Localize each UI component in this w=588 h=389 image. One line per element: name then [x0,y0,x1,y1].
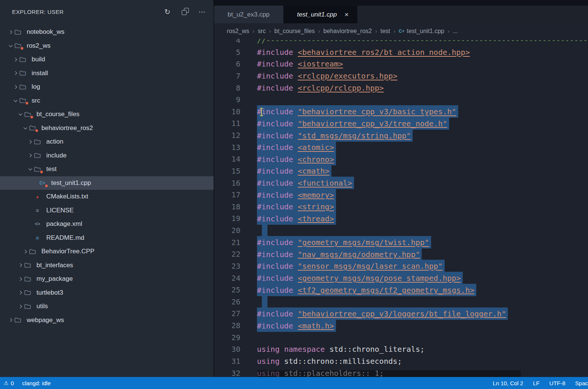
code-editor[interactable]: 4//-------------------------------------… [214,39,588,377]
breadcrumb-item-ros2_ws[interactable]: ros2_ws [227,28,249,35]
breadcrumb-item-test[interactable]: test [380,28,390,35]
code-line[interactable]: 31using std::chrono::milliseconds; [214,356,588,368]
line-number[interactable]: 5 [214,47,240,59]
tree-folder-build[interactable]: build [0,53,214,67]
line-number[interactable]: 18 [214,201,240,213]
code-line[interactable]: 18#include <string> [214,201,588,213]
line-number[interactable]: 15 [214,165,240,177]
tree-folder-bt_interfaces[interactable]: bt_interfaces [0,259,214,272]
line-number[interactable]: 16 [214,177,240,189]
collapse-folders-icon[interactable] [181,8,189,16]
code-line[interactable]: 19#include <thread> [214,213,588,225]
tree-file-test_unit1.cpp[interactable]: C+test_unit1.cpp [0,176,214,190]
tree-folder-install[interactable]: install [0,67,214,80]
tree-folder-my_package[interactable]: my_package [0,272,214,286]
tree-file-package.xml[interactable]: <>package.xml [0,217,214,231]
code-line[interactable]: 7#include <rclcpp/executors.hpp> [214,70,588,82]
code-line[interactable]: 5#include <behaviortree_ros2/bt_action_n… [214,47,588,59]
tree-folder-src[interactable]: src [0,94,214,108]
tree-folder-turtlebot3[interactable]: turtlebot3 [0,286,214,300]
code-line[interactable]: 12#include "std_msgs/msg/string.hpp" [214,130,588,142]
tree-folder-test[interactable]: test [0,162,214,176]
code-line[interactable]: 25#include <tf2_geometry_msgs/tf2_geomet… [214,284,588,296]
code-line[interactable]: 14#include <chrono> [214,153,588,165]
line-number[interactable]: 8 [214,82,240,94]
line-number[interactable]: 29 [214,332,240,344]
code-line[interactable]: 21#include "geometry_msgs/msg/twist.hpp" [214,237,588,249]
code-line[interactable]: 24#include <geometry_msgs/msg/pose_stamp… [214,272,588,285]
code-line[interactable]: 20 [214,225,588,237]
line-number[interactable]: 19 [214,213,240,225]
code-line[interactable]: 22#include "nav_msgs/msg/odometry.hpp" [214,248,588,260]
code-line[interactable]: 13#include <atomic> [214,142,588,154]
close-icon[interactable]: × [343,11,350,19]
code-line[interactable]: 26 [214,296,588,308]
code-line[interactable]: 30using namespace std::chrono_literals; [214,344,588,356]
breadcrumb-item-...[interactable]: ... [453,28,458,35]
code-line[interactable]: 11#include "behaviortree_cpp_v3/tree_nod… [214,118,588,130]
line-number[interactable]: 28 [214,320,240,332]
problems-indicator[interactable]: ⚠ 0 [4,380,14,386]
line-number[interactable]: 13 [214,142,240,154]
tree-folder-notebook_ws[interactable]: notebook_ws [0,25,214,39]
line-number[interactable]: 7 [214,70,240,82]
line-number[interactable]: 6 [214,58,240,70]
line-number[interactable]: 25 [214,284,240,296]
breadcrumb-item-behaviortree_ros2[interactable]: behaviortree_ros2 [324,28,372,35]
tree-folder-ros2_ws[interactable]: ros2_ws [0,39,214,53]
code-line[interactable]: 29 [214,332,588,344]
line-number[interactable]: 24 [214,272,240,285]
line-number[interactable]: 32 [214,368,240,377]
code-line[interactable]: 8#include <rclcpp/rclcpp.hpp> [214,82,588,94]
code-line[interactable]: 27#include "behaviortree_cpp_v3/loggers/… [214,308,588,320]
indentation-indicator[interactable]: Spac [575,380,588,386]
tree-file-LICENSE[interactable]: ≡LICENSE [0,204,214,218]
tree-file-CMakeLists.txt[interactable]: ▲CMakeLists.txt [0,190,214,204]
tree-folder-BehaviorTree.CPP[interactable]: BehaviorTree.CPP [0,245,214,259]
eol-indicator[interactable]: LF [533,380,540,386]
line-number[interactable]: 30 [214,344,240,356]
tree-folder-log[interactable]: log [0,80,214,94]
line-number[interactable]: 11 [214,118,240,130]
tree-folder-utils[interactable]: utils [0,300,214,313]
line-number[interactable]: 12 [214,130,240,142]
code-line[interactable]: 17#include <memory> [214,189,588,201]
line-number[interactable]: 4 [214,39,240,47]
tab-test_unit1.cpp[interactable]: test_unit1.cpp× [284,6,358,23]
encoding-indicator[interactable]: UTF-8 [549,380,565,386]
code-line[interactable]: 4//-------------------------------------… [214,39,588,47]
line-number[interactable]: 14 [214,153,240,165]
breadcrumb-item-test_unit1.cpp[interactable]: C+test_unit1.cpp [399,28,444,35]
tree-folder-behaviortree_ros2[interactable]: behaviortree_ros2 [0,121,214,135]
clangd-status[interactable]: clangd: idle [22,380,51,386]
line-number[interactable]: 27 [214,308,240,320]
cursor-position[interactable]: Ln 10, Col 2 [493,380,523,386]
code-line[interactable]: 16#include <functional> [214,177,588,189]
code-line[interactable]: 10#include "behaviortree_cpp_v3/basic_ty… [214,106,588,118]
line-number[interactable]: 23 [214,260,240,272]
tree-folder-bt_course_files[interactable]: bt_course_files [0,107,214,121]
line-number[interactable]: 26 [214,296,240,308]
code-line[interactable]: 23#include "sensor_msgs/msg/laser_scan.h… [214,260,588,272]
line-number[interactable]: 31 [214,356,240,368]
line-number[interactable]: 21 [214,237,240,249]
tree-folder-include[interactable]: include [0,149,214,163]
breadcrumb-item-bt_course_files[interactable]: bt_course_files [274,28,315,35]
horizontal-scrollbar[interactable] [257,370,521,377]
line-number[interactable]: 22 [214,248,240,260]
line-number[interactable]: 9 [214,94,240,106]
breadcrumb-item-src[interactable]: src [258,28,266,35]
line-number[interactable]: 20 [214,225,240,237]
more-actions-icon[interactable]: ⋯ [198,8,206,16]
tree-folder-webpage_ws[interactable]: webpage_ws [0,313,214,327]
code-line[interactable]: 9 [214,94,588,106]
code-line[interactable]: 6#include <iostream> [214,58,588,70]
code-line[interactable]: 15#include <cmath> [214,165,588,177]
tree-folder-action[interactable]: action [0,135,214,149]
line-number[interactable]: 17 [214,189,240,201]
refresh-icon[interactable]: ↻ [163,8,172,16]
code-line[interactable]: 28#include <math.h> [214,320,588,332]
tree-file-README.md[interactable]: ≡README.md [0,231,214,245]
tab-bt_u2_ex3.cpp[interactable]: bt_u2_ex3.cpp [214,6,284,23]
line-number[interactable]: 10 [214,106,240,118]
